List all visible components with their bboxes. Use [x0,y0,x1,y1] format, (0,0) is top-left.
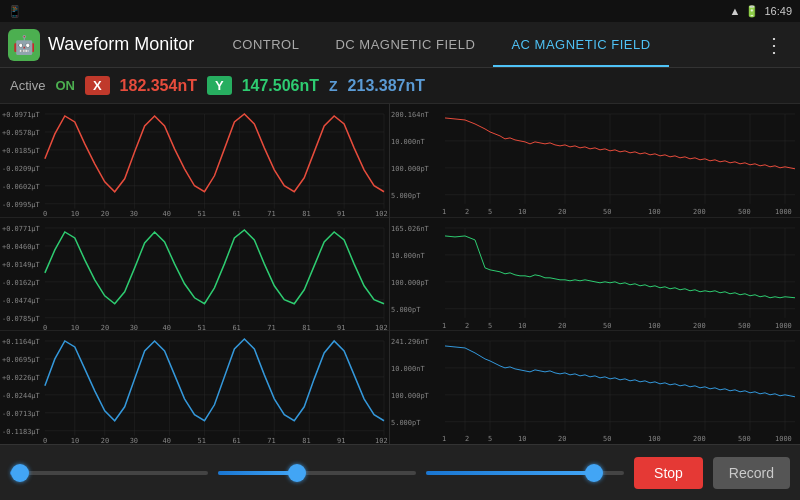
z-value: 213.387nT [348,77,425,95]
svg-text:10: 10 [518,208,526,216]
svg-text:100.000pT: 100.000pT [391,278,430,286]
y-axis-button[interactable]: Y [207,76,232,95]
svg-text:1000: 1000 [775,435,792,443]
svg-text:100: 100 [648,435,661,443]
svg-text:10: 10 [71,437,79,444]
svg-text:10.000nT: 10.000nT [391,138,425,146]
active-row: Active ON X 182.354nT Y 147.506nT Z 213.… [0,68,800,104]
svg-text:20: 20 [558,321,566,329]
right-chart-blue: 241.296nT 10.000nT 100.000pT 5.000pT 1 2… [390,331,800,444]
slider-3[interactable] [426,463,624,483]
svg-text:165.026nT: 165.026nT [391,225,430,233]
svg-text:61: 61 [232,210,240,217]
svg-text:71: 71 [267,323,275,330]
svg-text:20: 20 [101,437,109,444]
svg-text:200: 200 [693,208,706,216]
svg-text:91: 91 [337,437,345,444]
svg-text:40: 40 [163,323,171,330]
clock: 16:49 [764,5,792,17]
svg-text:30: 30 [130,323,138,330]
svg-text:241.296nT: 241.296nT [391,338,430,346]
svg-text:102: 102 [375,210,388,217]
svg-text:0: 0 [43,323,47,330]
svg-text:+0.0185µT: +0.0185µT [2,147,41,155]
svg-text:102: 102 [375,323,388,330]
stop-button[interactable]: Stop [634,457,703,489]
slider-container [10,463,624,483]
left-chart-red: +0.0971µT +0.0578µT +0.0185µT -0.0209µT … [0,104,389,218]
svg-text:1: 1 [442,435,446,443]
svg-text:+0.0771µT: +0.0771µT [2,225,41,233]
svg-text:10: 10 [71,323,79,330]
tab-ac[interactable]: AC MAGNETIC FIELD [493,22,668,67]
svg-text:51: 51 [197,323,205,330]
active-status: ON [55,78,75,93]
svg-text:-0.0602µT: -0.0602µT [2,183,41,191]
svg-text:40: 40 [163,210,171,217]
x-axis-button[interactable]: X [85,76,110,95]
tab-control[interactable]: CONTROL [214,22,317,67]
top-bar: 🤖 Waveform Monitor CONTROL DC MAGNETIC F… [0,22,800,68]
svg-text:50: 50 [603,208,611,216]
battery-icon: 🔋 [745,5,759,18]
svg-text:-0.0209µT: -0.0209µT [2,165,41,173]
svg-text:20: 20 [101,210,109,217]
svg-text:200: 200 [693,435,706,443]
svg-text:61: 61 [232,437,240,444]
slider-1[interactable] [10,463,208,483]
svg-text:+0.0226µT: +0.0226µT [2,374,41,382]
left-chart-green: +0.0771µT +0.0460µT +0.0149µT -0.0162µT … [0,218,389,332]
svg-text:2: 2 [465,208,469,216]
record-button[interactable]: Record [713,457,790,489]
svg-text:10.000nT: 10.000nT [391,365,425,373]
right-chart-red: 200.164nT 10.000nT 100.000pT 5.000pT 1 2… [390,104,800,218]
status-right: ▲ 🔋 16:49 [730,5,792,18]
left-chart-blue: +0.1164µT +0.0695µT +0.0226µT -0.0244µT … [0,331,389,444]
status-left: 📱 [8,5,22,18]
svg-text:50: 50 [603,435,611,443]
svg-text:51: 51 [197,437,205,444]
svg-text:71: 71 [267,210,275,217]
app-title: Waveform Monitor [48,34,194,55]
svg-text:-0.1183µT: -0.1183µT [2,428,41,436]
svg-text:500: 500 [738,435,751,443]
x-value: 182.354nT [120,77,197,95]
slider-2[interactable] [218,463,416,483]
more-icon[interactable]: ⋮ [756,33,792,57]
svg-text:-0.0244µT: -0.0244µT [2,392,41,400]
svg-text:40: 40 [163,437,171,444]
svg-text:1: 1 [442,321,446,329]
svg-text:1000: 1000 [775,321,792,329]
tab-dc[interactable]: DC MAGNETIC FIELD [317,22,493,67]
left-charts: +0.0971µT +0.0578µT +0.0185µT -0.0209µT … [0,104,390,444]
svg-text:500: 500 [738,321,751,329]
svg-text:91: 91 [337,210,345,217]
svg-text:81: 81 [302,210,310,217]
svg-text:20: 20 [558,435,566,443]
svg-text:+0.0695µT: +0.0695µT [2,356,41,364]
svg-text:0: 0 [43,210,47,217]
svg-text:-0.0995µT: -0.0995µT [2,201,41,209]
svg-text:71: 71 [267,437,275,444]
status-bar: 📱 ▲ 🔋 16:49 [0,0,800,22]
svg-text:5: 5 [488,435,492,443]
svg-text:10: 10 [71,210,79,217]
svg-text:61: 61 [232,323,240,330]
svg-text:30: 30 [130,210,138,217]
app-icon: 🤖 [8,29,40,61]
svg-text:102: 102 [375,437,388,444]
svg-text:-0.0713µT: -0.0713µT [2,410,41,418]
svg-text:500: 500 [738,208,751,216]
svg-text:5: 5 [488,321,492,329]
svg-text:100.000pT: 100.000pT [391,165,430,173]
svg-text:0: 0 [43,437,47,444]
svg-text:5.000pT: 5.000pT [391,419,421,427]
svg-text:-0.0162µT: -0.0162µT [2,278,41,286]
svg-text:91: 91 [337,323,345,330]
svg-text:+0.0149µT: +0.0149µT [2,261,41,269]
svg-text:20: 20 [558,208,566,216]
svg-text:81: 81 [302,437,310,444]
svg-text:30: 30 [130,437,138,444]
svg-text:10.000nT: 10.000nT [391,252,425,260]
tab-bar: CONTROL DC MAGNETIC FIELD AC MAGNETIC FI… [214,22,756,67]
